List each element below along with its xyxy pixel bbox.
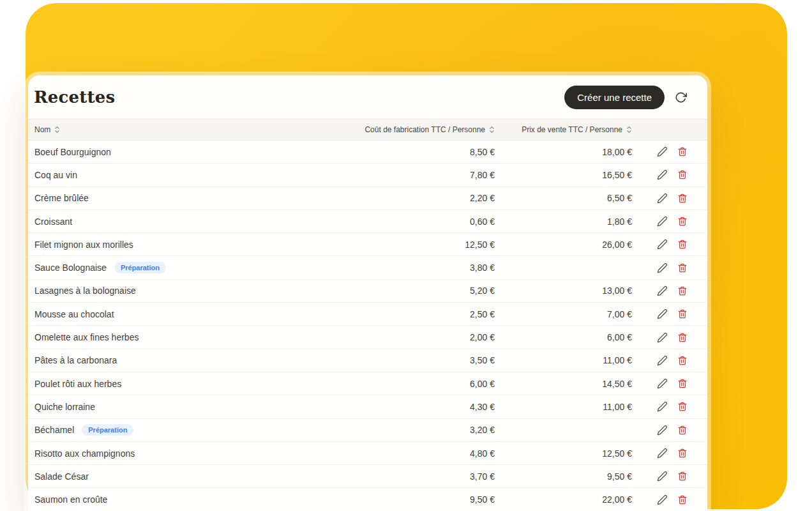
delete-button[interactable] xyxy=(677,494,688,505)
recipe-name: Croissant xyxy=(34,217,72,227)
table-row: Lasagnes à la bolognaise 5,20 € 13,00 € xyxy=(28,280,707,303)
recipe-name-cell: Béchamel Préparation xyxy=(34,424,354,436)
sort-icon xyxy=(54,125,60,134)
refresh-button[interactable] xyxy=(673,89,688,105)
recipe-name-cell: Risotto aux champignons xyxy=(34,448,354,459)
trash-icon xyxy=(677,239,688,250)
recipe-price: 13,00 € xyxy=(495,286,632,296)
edit-button[interactable] xyxy=(656,378,668,390)
delete-button[interactable] xyxy=(677,424,688,436)
edit-button[interactable] xyxy=(656,494,668,505)
delete-button[interactable] xyxy=(677,285,688,296)
delete-button[interactable] xyxy=(677,146,688,158)
delete-button[interactable] xyxy=(677,355,688,366)
table-row: Croissant 0,60 € 1,80 € xyxy=(28,210,707,233)
recipe-price: 6,50 € xyxy=(495,193,632,203)
column-header-nom[interactable]: Nom xyxy=(34,125,354,134)
recipe-cost: 2,00 € xyxy=(354,332,495,342)
edit-button[interactable] xyxy=(656,424,668,436)
delete-button[interactable] xyxy=(677,192,688,204)
edit-button[interactable] xyxy=(656,239,668,250)
edit-button[interactable] xyxy=(656,401,668,413)
preparation-badge: Préparation xyxy=(82,424,133,436)
recipe-price: 11,00 € xyxy=(495,355,632,365)
row-actions xyxy=(632,239,693,250)
pencil-icon xyxy=(657,169,668,180)
recipe-name: Quiche lorraine xyxy=(34,402,95,412)
row-actions xyxy=(632,471,693,482)
delete-button[interactable] xyxy=(677,378,688,390)
pencil-icon xyxy=(657,216,668,227)
delete-button[interactable] xyxy=(677,239,688,250)
recipe-name-cell: Mousse au chocolat xyxy=(34,309,354,319)
recipe-price: 11,00 € xyxy=(495,402,632,412)
table-row: Saumon en croûte 9,50 € 22,00 € xyxy=(28,488,707,511)
page-title: Recettes xyxy=(34,88,115,107)
recipe-name-cell: Salade César xyxy=(34,471,354,482)
pencil-icon xyxy=(657,425,668,436)
edit-button[interactable] xyxy=(656,355,668,366)
trash-icon xyxy=(677,332,688,343)
recipe-price: 12,50 € xyxy=(495,448,632,459)
delete-button[interactable] xyxy=(677,448,688,459)
recipe-name: Béchamel xyxy=(34,425,74,435)
recipe-cost: 3,80 € xyxy=(354,263,495,273)
sort-icon xyxy=(489,125,495,134)
recipes-card: Recettes Créer une recette Nom Coût xyxy=(28,75,707,511)
edit-button[interactable] xyxy=(656,262,668,273)
row-actions xyxy=(632,169,693,181)
column-label: Prix de vente TTC / Personne xyxy=(522,125,622,134)
pencil-icon xyxy=(657,448,668,459)
trash-icon xyxy=(677,309,688,319)
trash-icon xyxy=(677,448,688,459)
row-actions xyxy=(632,378,693,390)
table-row: Béchamel Préparation 3,20 € xyxy=(28,419,707,442)
recipe-name-cell: Crème brûlée xyxy=(34,193,354,203)
table-row: Filet mignon aux morilles 12,50 € 26,00 … xyxy=(28,233,707,256)
edit-button[interactable] xyxy=(656,309,668,320)
edit-button[interactable] xyxy=(656,146,668,158)
column-header-prix[interactable]: Prix de vente TTC / Personne xyxy=(495,125,632,134)
recipe-cost: 2,20 € xyxy=(354,193,495,203)
delete-button[interactable] xyxy=(677,309,688,320)
recipe-name-cell: Filet mignon aux morilles xyxy=(34,240,354,250)
delete-button[interactable] xyxy=(677,332,688,343)
pencil-icon xyxy=(657,239,668,250)
create-recipe-button[interactable]: Créer une recette xyxy=(564,86,665,109)
pencil-icon xyxy=(657,378,668,389)
table-body: Boeuf Bourguignon 8,50 € 18,00 € xyxy=(28,141,707,511)
delete-button[interactable] xyxy=(677,471,688,482)
edit-button[interactable] xyxy=(656,448,668,459)
row-actions xyxy=(632,216,693,227)
recipe-name-cell: Quiche lorraine xyxy=(34,402,354,412)
delete-button[interactable] xyxy=(677,169,688,181)
recipe-price: 6,00 € xyxy=(495,332,632,342)
column-header-cout[interactable]: Coût de fabrication TTC / Personne xyxy=(354,125,495,134)
recipe-name-cell: Saumon en croûte xyxy=(34,494,354,505)
delete-button[interactable] xyxy=(677,262,688,273)
recipe-name: Crème brûlée xyxy=(34,193,89,203)
recipe-name: Risotto aux champignons xyxy=(34,448,135,459)
table-row: Poulet rôti aux herbes 6,00 € 14,50 € xyxy=(28,372,707,395)
pencil-icon xyxy=(657,193,668,204)
edit-button[interactable] xyxy=(656,192,668,204)
recipe-cost: 8,50 € xyxy=(354,147,495,157)
trash-icon xyxy=(677,401,688,412)
recipe-price: 22,00 € xyxy=(495,494,632,505)
edit-button[interactable] xyxy=(656,169,668,181)
edit-button[interactable] xyxy=(656,332,668,343)
edit-button[interactable] xyxy=(656,216,668,227)
delete-button[interactable] xyxy=(677,216,688,227)
trash-icon xyxy=(677,169,688,180)
recipe-cost: 5,20 € xyxy=(354,286,495,296)
row-actions xyxy=(632,262,693,273)
row-actions xyxy=(632,309,693,320)
table-row: Omelette aux fines herbes 2,00 € 6,00 € xyxy=(28,326,707,349)
row-actions xyxy=(632,401,693,413)
recipe-cost: 3,50 € xyxy=(354,355,495,365)
edit-button[interactable] xyxy=(656,471,668,482)
edit-button[interactable] xyxy=(656,285,668,296)
delete-button[interactable] xyxy=(677,401,688,413)
recipe-name-cell: Boeuf Bourguignon xyxy=(34,147,354,157)
row-actions xyxy=(632,448,693,459)
